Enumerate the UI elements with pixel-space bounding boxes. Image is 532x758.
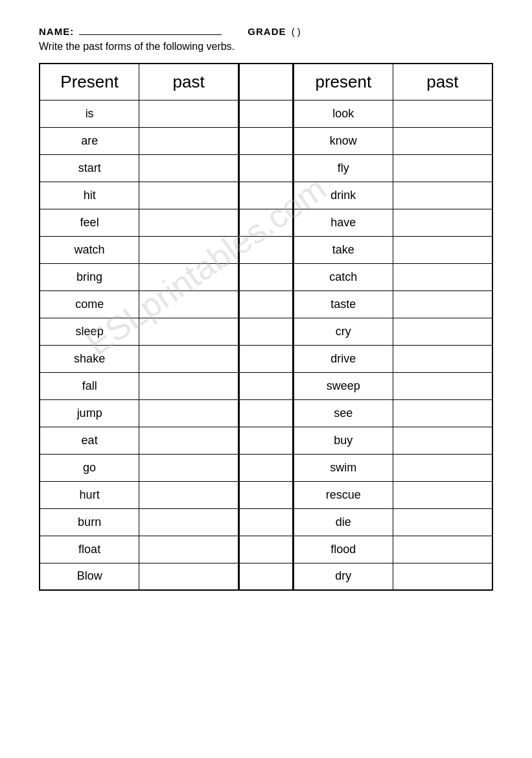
right-past-cell[interactable] — [393, 100, 492, 127]
left-past-cell[interactable] — [139, 508, 239, 536]
right-present-cell: see — [293, 399, 393, 427]
left-present-cell: are — [40, 127, 139, 154]
right-past-cell[interactable] — [393, 263, 492, 290]
left-present-cell: jump — [40, 399, 139, 427]
table-row: shakedrive — [40, 345, 492, 372]
col-divider-cell — [239, 536, 294, 563]
right-present-cell: die — [293, 508, 393, 536]
right-past-cell[interactable] — [393, 154, 492, 182]
header-section: NAME: GRADE ( ) Write the past forms of … — [39, 26, 493, 53]
left-past-cell[interactable] — [139, 372, 239, 399]
col-divider-cell — [239, 209, 294, 236]
table-row: fallsweep — [40, 372, 492, 399]
right-past-cell[interactable] — [393, 127, 492, 154]
left-present-cell: hit — [40, 182, 139, 209]
right-past-cell[interactable] — [393, 454, 492, 481]
table-row: burndie — [40, 508, 492, 536]
header-present-right: present — [293, 64, 393, 100]
table-row: floatflood — [40, 536, 492, 563]
left-past-cell[interactable] — [139, 236, 239, 263]
name-label: NAME: — [39, 26, 222, 37]
col-divider-cell — [239, 263, 294, 290]
col-divider-cell — [239, 290, 294, 318]
table-row: sleepcry — [40, 318, 492, 345]
left-past-cell[interactable] — [139, 454, 239, 481]
col-divider-cell — [239, 345, 294, 372]
right-present-cell: taste — [293, 290, 393, 318]
right-present-cell: sweep — [293, 372, 393, 399]
left-past-cell[interactable] — [139, 563, 239, 590]
right-past-cell[interactable] — [393, 481, 492, 508]
col-divider-cell — [239, 508, 294, 536]
right-present-cell: catch — [293, 263, 393, 290]
left-present-cell: sleep — [40, 318, 139, 345]
col-divider-cell — [239, 318, 294, 345]
right-past-cell[interactable] — [393, 345, 492, 372]
left-past-cell[interactable] — [139, 209, 239, 236]
right-past-cell[interactable] — [393, 209, 492, 236]
table-row: Blowdry — [40, 563, 492, 590]
right-present-cell: drink — [293, 182, 393, 209]
left-past-cell[interactable] — [139, 481, 239, 508]
right-past-cell[interactable] — [393, 318, 492, 345]
left-past-cell[interactable] — [139, 399, 239, 427]
left-present-cell: is — [40, 100, 139, 127]
right-present-cell: look — [293, 100, 393, 127]
left-present-cell: float — [40, 536, 139, 563]
right-past-cell[interactable] — [393, 182, 492, 209]
table-row: bringcatch — [40, 263, 492, 290]
left-past-cell[interactable] — [139, 345, 239, 372]
left-present-cell: burn — [40, 508, 139, 536]
right-present-cell: have — [293, 209, 393, 236]
left-present-cell: hurt — [40, 481, 139, 508]
left-past-cell[interactable] — [139, 536, 239, 563]
col-divider-cell — [239, 127, 294, 154]
header-past-right: past — [393, 64, 492, 100]
grade-label: GRADE ( ) — [248, 26, 301, 37]
left-past-cell[interactable] — [139, 318, 239, 345]
right-past-cell[interactable] — [393, 236, 492, 263]
col-divider-cell — [239, 154, 294, 182]
right-present-cell: know — [293, 127, 393, 154]
right-past-cell[interactable] — [393, 563, 492, 590]
right-present-cell: rescue — [293, 481, 393, 508]
col-divider-header — [239, 64, 294, 100]
table-row: hitdrink — [40, 182, 492, 209]
col-divider-cell — [239, 481, 294, 508]
table-row: feelhave — [40, 209, 492, 236]
left-present-cell: eat — [40, 427, 139, 454]
name-grade-line: NAME: GRADE ( ) — [39, 26, 493, 37]
left-past-cell[interactable] — [139, 127, 239, 154]
header-past-left: past — [139, 64, 239, 100]
left-past-cell[interactable] — [139, 290, 239, 318]
col-divider-cell — [239, 563, 294, 590]
right-present-cell: swim — [293, 454, 393, 481]
left-present-cell: watch — [40, 236, 139, 263]
left-present-cell: bring — [40, 263, 139, 290]
left-present-cell: feel — [40, 209, 139, 236]
header-present-left: Present — [40, 64, 139, 100]
col-divider-cell — [239, 399, 294, 427]
col-divider-cell — [239, 100, 294, 127]
left-past-cell[interactable] — [139, 182, 239, 209]
left-present-cell: shake — [40, 345, 139, 372]
left-past-cell[interactable] — [139, 154, 239, 182]
right-present-cell: buy — [293, 427, 393, 454]
right-past-cell[interactable] — [393, 372, 492, 399]
table-row: eatbuy — [40, 427, 492, 454]
right-past-cell[interactable] — [393, 536, 492, 563]
left-past-cell[interactable] — [139, 100, 239, 127]
right-present-cell: dry — [293, 563, 393, 590]
name-underline[interactable] — [79, 34, 222, 35]
right-present-cell: cry — [293, 318, 393, 345]
table-row: islook — [40, 100, 492, 127]
table-row: areknow — [40, 127, 492, 154]
right-past-cell[interactable] — [393, 399, 492, 427]
instruction-text: Write the past forms of the following ve… — [39, 41, 493, 53]
right-past-cell[interactable] — [393, 427, 492, 454]
right-past-cell[interactable] — [393, 508, 492, 536]
left-past-cell[interactable] — [139, 427, 239, 454]
left-past-cell[interactable] — [139, 263, 239, 290]
right-present-cell: fly — [293, 154, 393, 182]
right-past-cell[interactable] — [393, 290, 492, 318]
